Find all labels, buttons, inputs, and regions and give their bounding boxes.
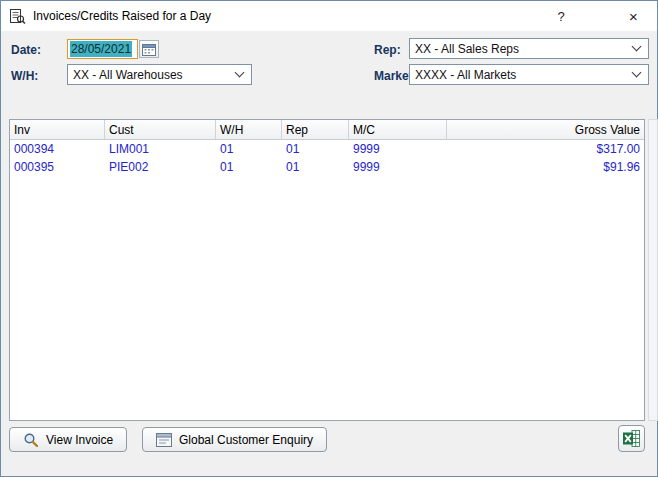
chevron-down-icon [632,42,642,52]
cell-rep: 01 [282,140,349,158]
enquiry-window-icon [156,433,172,447]
chevron-down-icon [632,68,642,78]
global-customer-enquiry-button[interactable]: Global Customer Enquiry [142,427,327,452]
cell-wh: 01 [216,140,282,158]
table-row[interactable]: 000394 LIM001 01 01 9999 $317.00 [10,140,644,158]
cell-mc: 9999 [349,140,447,158]
cell-inv: 000394 [10,140,105,158]
excel-export-icon [622,429,641,448]
view-invoice-button[interactable]: View Invoice [9,427,127,452]
cell-cust: PIE002 [105,158,216,176]
cell-inv: 000395 [10,158,105,176]
view-invoice-label: View Invoice [46,433,113,447]
cell-wh: 01 [216,158,282,176]
cell-gross: $91.96 [447,158,644,176]
warehouse-label: W/H: [11,69,38,83]
calendar-icon [142,43,156,56]
date-value: 28/05/2021 [70,41,132,57]
date-label: Date: [11,43,41,57]
column-header-rep[interactable]: Rep [282,120,349,139]
rep-label: Rep: [374,43,401,57]
rep-select[interactable]: XX - All Sales Reps [409,38,649,59]
date-input[interactable]: 28/05/2021 [67,39,138,59]
column-header-mc[interactable]: M/C [349,120,447,139]
cell-rep: 01 [282,158,349,176]
column-header-cust[interactable]: Cust [105,120,216,139]
column-header-inv[interactable]: Inv [10,120,105,139]
cell-cust: LIM001 [105,140,216,158]
cell-mc: 9999 [349,158,447,176]
market-select[interactable]: XXXX - All Markets [409,64,649,85]
cell-gross: $317.00 [447,140,644,158]
rep-value: XX - All Sales Reps [415,42,519,56]
ledger-icon [8,7,26,25]
table-row[interactable]: 000395 PIE002 01 01 9999 $91.96 [10,158,644,176]
chevron-down-icon [235,68,245,78]
invoices-credits-window: Invoices/Credits Raised for a Day ? × Da… [0,0,658,477]
export-to-excel-button[interactable] [618,425,645,452]
market-value: XXXX - All Markets [415,68,516,82]
column-header-wh[interactable]: W/H [216,120,282,139]
table-scrollbar[interactable] [648,119,658,421]
column-header-gross[interactable]: Gross Value [447,120,644,139]
help-button[interactable]: ? [539,1,583,31]
calendar-button[interactable] [139,40,159,58]
close-button[interactable]: × [611,1,656,31]
title-bar: Invoices/Credits Raised for a Day ? × [1,1,657,31]
warehouse-select[interactable]: XX - All Warehouses [67,64,252,85]
warehouse-value: XX - All Warehouses [73,68,183,82]
invoice-table: Inv Cust W/H Rep M/C Gross Value 000394 … [9,119,645,421]
global-customer-enquiry-label: Global Customer Enquiry [179,433,313,447]
window-title: Invoices/Credits Raised for a Day [33,9,211,23]
magnifier-icon [23,432,39,448]
table-header: Inv Cust W/H Rep M/C Gross Value [10,120,644,140]
